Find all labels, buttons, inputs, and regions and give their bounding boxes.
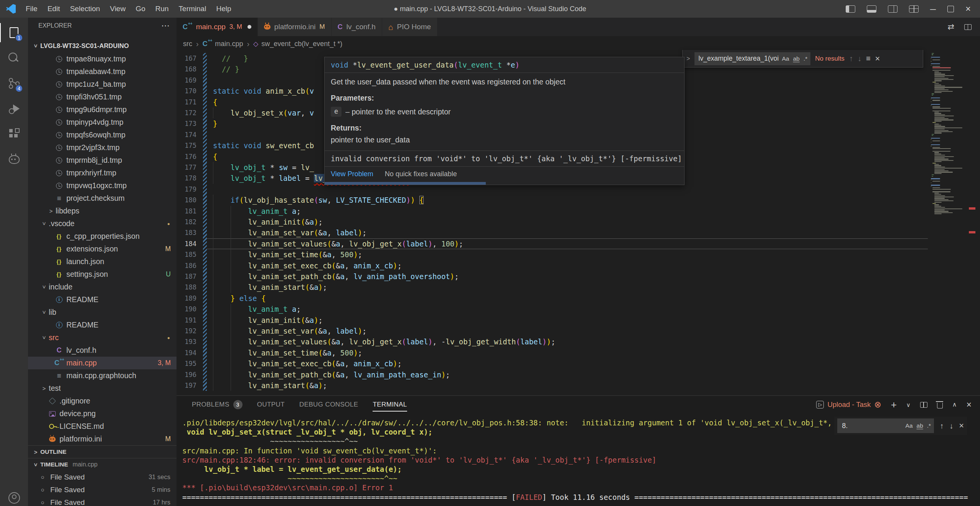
terminal-find-next-icon[interactable]: ↓ — [949, 422, 953, 430]
panel-tab-terminal[interactable]: TERMINAL — [373, 396, 407, 413]
activitybar-item-run-and-debug[interactable] — [0, 96, 28, 121]
code-line[interactable]: lv_anim_t a; — [213, 206, 929, 217]
breadcrumb-item[interactable]: C++main.cpp — [203, 40, 243, 48]
code-line[interactable]: lv_anim_set_time(&a, 500); — [213, 249, 929, 260]
tree-item-tmpae8nuayx.tmp[interactable]: tmpae8nuayx.tmp — [28, 53, 177, 65]
tree-item-c_cpp_properties.json[interactable]: {}c_cpp_properties.json — [28, 230, 177, 243]
code-line[interactable]: lv_anim_init(&a); — [213, 315, 929, 326]
customize-layout-icon[interactable] — [909, 5, 919, 13]
close-panel-icon[interactable]: × — [967, 400, 972, 409]
find-in-selection-icon[interactable]: ≡ — [866, 54, 871, 63]
view-problem-link[interactable]: View Problem — [331, 170, 373, 178]
tree-item-tmpaleabaw4.tmp[interactable]: tmpaleabaw4.tmp — [28, 65, 177, 78]
tree-item-extensions.json[interactable]: {}extensions.jsonM — [28, 243, 177, 255]
code-line[interactable] — [213, 184, 929, 195]
overview-ruler[interactable] — [967, 51, 980, 395]
menu-run[interactable]: Run — [150, 0, 174, 18]
section-header-timeline[interactable]: >TIMELINEmain.cpp — [28, 458, 177, 471]
terminal-dropdown-icon[interactable]: ∨ — [906, 402, 911, 408]
tab-lv-conf-h[interactable]: Clv_conf.h — [332, 18, 382, 36]
tree-item-settings.json[interactable]: {}settings.jsonU — [28, 268, 177, 281]
tree-item-project.checksum[interactable]: ≡project.checksum — [28, 192, 177, 205]
tree-item-tmpfi3hv051.tmp[interactable]: tmpfi3hv051.tmp — [28, 91, 177, 103]
tree-item-tmpg9u6dmpr.tmp[interactable]: tmpg9u6dmpr.tmp — [28, 103, 177, 116]
tree-item-src[interactable]: >src● — [28, 331, 177, 344]
project-root-row[interactable]: > LVGL8-WT32-SC01-ARDUINO — [28, 40, 177, 52]
code-line[interactable]: lv_anim_set_var(&a, label); — [213, 227, 929, 238]
toggle-secondary-sidebar-icon[interactable] — [888, 5, 898, 13]
open-changes-icon[interactable]: ⇄ — [947, 22, 954, 31]
maximize-panel-icon[interactable]: ∧ — [952, 402, 957, 408]
tree-item-tmpvwq1ogxc.tmp[interactable]: tmpvwq1ogxc.tmp — [28, 179, 177, 192]
code-line[interactable]: lv_anim_init(&a); — [213, 217, 929, 227]
next-match-icon[interactable]: ↓ — [858, 54, 861, 63]
terminal-match-case-icon[interactable]: Aa — [904, 422, 914, 430]
timeline-item[interactable]: ○File Saved5 mins — [28, 483, 177, 496]
explorer-more-actions-icon[interactable]: ⋯ — [161, 21, 170, 31]
tree-item-README[interactable]: iREADME — [28, 293, 177, 306]
code-line[interactable]: lv_anim_set_values(&a, lv_obj_get_x(labe… — [213, 238, 929, 249]
tree-item-test[interactable]: >test — [28, 382, 177, 395]
code-line[interactable]: lv_anim_t a; — [213, 304, 929, 314]
activitybar-item-platformio[interactable] — [0, 147, 28, 172]
tree-item-LICENSE.md[interactable]: LICENSE.md — [28, 420, 177, 433]
minimap[interactable] — [930, 51, 967, 395]
menu-selection[interactable]: Selection — [65, 0, 105, 18]
tree-item-tmpr2vjpf3x.tmp[interactable]: tmpr2vjpf3x.tmp — [28, 141, 177, 154]
panel-tab-problems[interactable]: PROBLEMS3 — [192, 396, 243, 413]
tree-item-lib[interactable]: >lib — [28, 306, 177, 319]
toggle-panel-icon[interactable] — [867, 5, 876, 13]
code-line[interactable]: lv_anim_set_exec_cb(&a, anim_x_cb); — [213, 358, 929, 369]
toggle-sidebar-icon[interactable] — [846, 5, 855, 13]
code-line[interactable]: lv_anim_set_time(&a, 500); — [213, 347, 929, 358]
whole-word-icon[interactable]: ab — [792, 55, 801, 63]
menu-help[interactable]: Help — [211, 0, 236, 18]
split-terminal-icon[interactable] — [920, 402, 927, 408]
tree-item-launch.json[interactable]: {}launch.json — [28, 255, 177, 268]
code-line[interactable]: lv_anim_start(&a); — [213, 282, 929, 293]
terminal-whole-word-icon[interactable]: ab — [915, 422, 925, 430]
terminal-find-close-icon[interactable]: × — [959, 421, 964, 431]
code-line[interactable]: if(lv_obj_has_state(sw, LV_STATE_CHECKED… — [213, 195, 929, 205]
match-case-icon[interactable]: Aa — [780, 55, 791, 63]
menu-file[interactable]: File — [21, 0, 43, 18]
tab-pio-home[interactable]: ⌂PIO Home — [382, 18, 437, 36]
previous-match-icon[interactable]: ↑ — [849, 54, 853, 63]
timeline-item[interactable]: ○File Saved31 secs — [28, 471, 177, 483]
menu-terminal[interactable]: Terminal — [174, 0, 211, 18]
terminal-task-item[interactable]: ▷ Upload - Task ⊗ — [816, 400, 881, 409]
timeline-item[interactable]: ○File Saved17 hrs — [28, 496, 177, 506]
close-window-button[interactable]: × — [965, 4, 971, 13]
breadcrumb-item[interactable]: ◇sw_event_cb(lv_event_t *) — [253, 40, 342, 48]
code-line[interactable]: } else { — [213, 293, 929, 304]
tree-item-platformio.ini[interactable]: platformio.iniM — [28, 433, 177, 445]
panel-tab-debug-console[interactable]: DEBUG CONSOLE — [299, 396, 358, 413]
menu-view[interactable]: View — [105, 0, 131, 18]
split-editor-icon[interactable] — [964, 24, 972, 30]
activitybar-item-search[interactable] — [0, 45, 28, 71]
breadcrumb-item[interactable]: src — [183, 40, 192, 48]
activitybar-item-extensions[interactable] — [0, 121, 28, 147]
minimize-button[interactable]: ─ — [930, 5, 936, 13]
terminal-find-previous-icon[interactable]: ↑ — [940, 422, 944, 430]
tree-item-README[interactable]: iREADME — [28, 319, 177, 331]
tree-item-tmpinyp4vdg.tmp[interactable]: tmpinyp4vdg.tmp — [28, 116, 177, 129]
tab-main-cpp[interactable]: C++main.cpp3, M — [177, 18, 258, 36]
tree-item-tmprxhriyrf.tmp[interactable]: tmprxhriyrf.tmp — [28, 167, 177, 179]
tree-item-tmpc1uz4_ba.tmp[interactable]: tmpc1uz4_ba.tmp — [28, 78, 177, 91]
activitybar-item-account[interactable] — [0, 485, 28, 506]
code-line[interactable]: lv_anim_set_var(&a, label); — [213, 326, 929, 336]
maximize-button[interactable] — [947, 6, 954, 12]
kill-terminal-icon[interactable] — [937, 403, 943, 408]
tree-item-.vscode[interactable]: >.vscode● — [28, 217, 177, 230]
new-terminal-icon[interactable]: + — [891, 400, 897, 410]
tree-item-tmprmb8j_id.tmp[interactable]: tmprmb8j_id.tmp — [28, 154, 177, 167]
code-line[interactable]: lv_anim_set_path_cb(&a, lv_anim_path_ove… — [213, 271, 929, 282]
tree-item-device.png[interactable]: device.png — [28, 407, 177, 420]
menu-edit[interactable]: Edit — [43, 0, 65, 18]
terminal-find-input[interactable] — [841, 422, 903, 430]
tree-item-main.cpp.graphtouch[interactable]: ≡main.cpp.graphtouch — [28, 369, 177, 382]
activitybar-item-explorer[interactable]: 1 — [0, 20, 28, 45]
hover-scrollbar[interactable] — [325, 182, 684, 185]
tree-item-lv_conf.h[interactable]: Clv_conf.h — [28, 344, 177, 357]
